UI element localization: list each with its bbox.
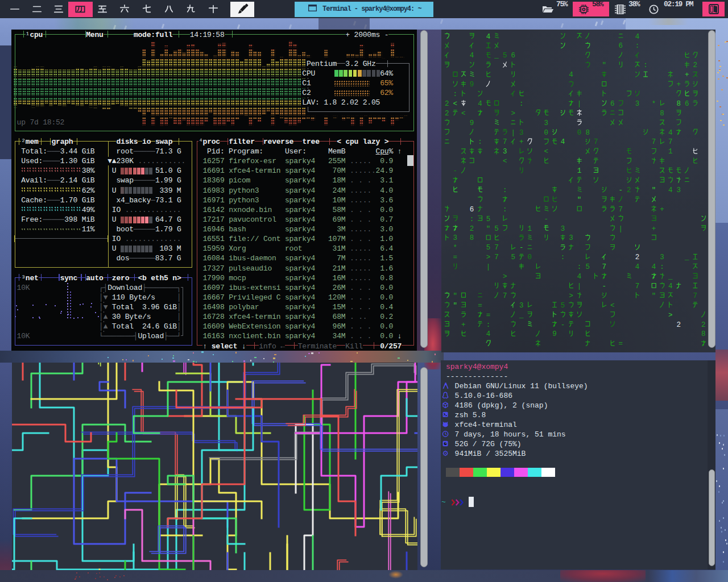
svg-text:3: 3 (503, 148, 507, 156)
svg-text:*: * (652, 100, 656, 108)
svg-text:5: 5 (585, 263, 590, 271)
svg-text:+: + (519, 138, 524, 146)
svg-text:=: = (478, 302, 482, 310)
svg-text:4: 4 (569, 71, 573, 79)
svg-text:-: - (619, 186, 623, 194)
svg-text:3: 3 (453, 234, 458, 242)
svg-text:7: 7 (619, 206, 623, 214)
svg-text:_: _ (684, 253, 689, 261)
svg-text:6: 6 (470, 206, 474, 214)
svg-text:7: 7 (635, 282, 640, 290)
svg-text:6: 6 (685, 100, 689, 108)
svg-text:7: 7 (503, 138, 507, 146)
svg-text:9: 9 (470, 119, 474, 127)
svg-text:>: > (511, 110, 515, 118)
svg-text:_: _ (494, 52, 499, 60)
svg-text:8: 8 (676, 100, 681, 108)
svg-text:1: 1 (668, 148, 673, 156)
svg-text:7: 7 (652, 138, 656, 146)
svg-text:_: _ (519, 311, 524, 319)
svg-text:4: 4 (635, 33, 640, 41)
svg-text:>: > (569, 292, 573, 300)
svg-text:3: 3 (561, 225, 565, 233)
svg-text:3: 3 (660, 253, 664, 261)
svg-text:-: - (519, 244, 524, 252)
svg-text:3: 3 (676, 186, 681, 194)
svg-text:7: 7 (494, 244, 499, 252)
svg-text:|: | (577, 282, 582, 290)
svg-text:": " (602, 61, 606, 69)
svg-text:3: 3 (544, 119, 549, 127)
svg-text:_: _ (668, 273, 673, 281)
svg-text:6: 6 (610, 100, 615, 108)
svg-text:5: 5 (511, 253, 515, 261)
svg-text:2: 2 (693, 61, 698, 69)
svg-text::: : (561, 253, 565, 261)
svg-text:": " (453, 302, 458, 310)
svg-text:0: 0 (528, 253, 532, 261)
svg-text:1: 1 (577, 167, 582, 175)
svg-text:4: 4 (486, 330, 491, 338)
svg-text:7: 7 (503, 292, 507, 300)
svg-text:8: 8 (470, 234, 474, 242)
svg-text:-: - (544, 215, 549, 223)
svg-text:+: + (685, 71, 689, 79)
svg-text:2: 2 (635, 253, 640, 261)
svg-text:7: 7 (602, 263, 606, 271)
svg-text:4: 4 (635, 263, 640, 271)
svg-text::: : (660, 263, 664, 271)
svg-text:=: = (453, 253, 458, 261)
svg-text:3: 3 (569, 234, 573, 242)
svg-text:<: < (610, 302, 615, 310)
svg-text:5: 5 (561, 302, 565, 310)
svg-text:5: 5 (494, 225, 499, 233)
svg-text:7: 7 (494, 253, 499, 261)
svg-text:+: + (461, 321, 466, 329)
svg-text:|: | (511, 129, 515, 137)
svg-text::: : (577, 263, 582, 271)
svg-text:<: < (544, 148, 549, 156)
svg-text:+: + (676, 81, 681, 89)
svg-text:9: 9 (552, 330, 557, 338)
svg-text:-: - (602, 282, 606, 290)
svg-text:": " (577, 196, 582, 204)
svg-text::: : (470, 215, 474, 223)
svg-text::: : (503, 186, 507, 194)
svg-text:4: 4 (486, 33, 491, 41)
svg-text:+: + (660, 206, 664, 214)
svg-text:": " (453, 292, 458, 300)
svg-text:5: 5 (503, 52, 507, 60)
svg-text:4: 4 (668, 282, 673, 290)
svg-text:4: 4 (668, 129, 673, 137)
svg-text:=: = (486, 311, 491, 319)
svg-text:3: 3 (519, 129, 524, 137)
svg-text:5: 5 (486, 244, 491, 252)
svg-text:7: 7 (594, 138, 598, 146)
svg-text:1: 1 (528, 225, 532, 233)
svg-text:5: 5 (486, 215, 491, 223)
svg-text::: : (635, 42, 640, 50)
svg-text:0: 0 (577, 129, 582, 137)
svg-text::: : (519, 100, 524, 108)
svg-text::: : (486, 321, 491, 329)
svg-text:-: - (453, 167, 458, 175)
svg-text::: : (643, 61, 648, 69)
svg-text:3: 3 (519, 302, 524, 310)
svg-text:": " (652, 186, 656, 194)
svg-text:+: + (652, 225, 656, 233)
svg-text:<: < (503, 157, 507, 165)
svg-text:4: 4 (470, 52, 474, 60)
svg-text:|: | (577, 100, 582, 108)
svg-text:2: 2 (445, 110, 449, 118)
svg-text:=: = (619, 340, 623, 348)
svg-text::: : (503, 206, 507, 214)
svg-text:3: 3 (635, 100, 640, 108)
svg-text:6: 6 (511, 52, 515, 60)
svg-text:4: 4 (652, 263, 656, 271)
svg-text:7: 7 (693, 292, 698, 300)
svg-text:4: 4 (561, 138, 565, 146)
svg-text:6: 6 (619, 42, 623, 50)
svg-text:<: < (453, 100, 458, 108)
svg-text:<: < (461, 110, 466, 118)
svg-text:4: 4 (478, 100, 482, 108)
